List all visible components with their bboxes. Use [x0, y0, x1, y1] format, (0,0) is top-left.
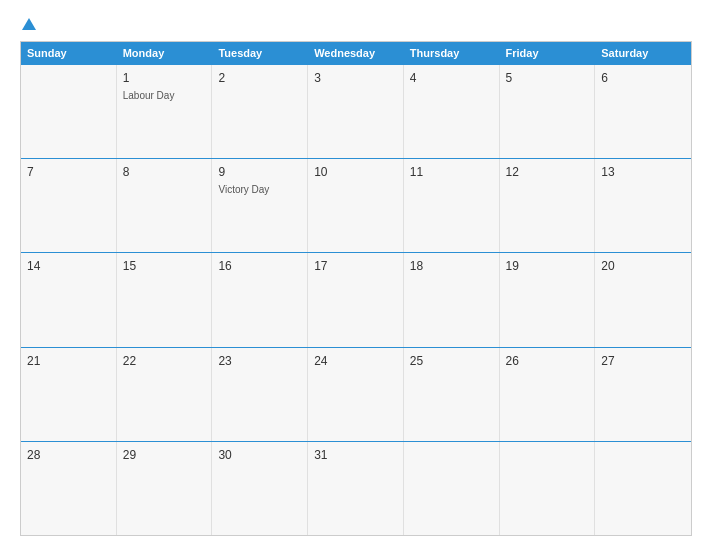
calendar-day-cell: 16: [212, 253, 308, 346]
day-number: 4: [410, 70, 493, 87]
day-number: 22: [123, 353, 206, 370]
day-number: 20: [601, 258, 685, 275]
calendar-day-cell: 7: [21, 159, 117, 252]
day-number: 18: [410, 258, 493, 275]
calendar-week-row: 1Labour Day23456: [21, 64, 691, 158]
calendar-day-cell: [21, 65, 117, 158]
calendar-day-cell: 31: [308, 442, 404, 535]
calendar-day-cell: 2: [212, 65, 308, 158]
calendar-day-cell: 5: [500, 65, 596, 158]
calendar-day-cell: 4: [404, 65, 500, 158]
calendar-day-cell: 24: [308, 348, 404, 441]
calendar-day-cell: 13: [595, 159, 691, 252]
calendar-week-row: 21222324252627: [21, 347, 691, 441]
calendar-week-row: 789Victory Day10111213: [21, 158, 691, 252]
calendar-day-cell: [500, 442, 596, 535]
calendar-header-cell: Sunday: [21, 42, 117, 64]
calendar-day-cell: 21: [21, 348, 117, 441]
day-number: 6: [601, 70, 685, 87]
calendar-day-cell: 14: [21, 253, 117, 346]
calendar-header-cell: Saturday: [595, 42, 691, 64]
day-number: 2: [218, 70, 301, 87]
logo-triangle-icon: [22, 18, 36, 30]
holiday-label: Labour Day: [123, 89, 206, 102]
day-number: 30: [218, 447, 301, 464]
calendar-day-cell: 25: [404, 348, 500, 441]
day-number: 31: [314, 447, 397, 464]
header: [20, 18, 692, 31]
calendar-day-cell: 6: [595, 65, 691, 158]
day-number: 21: [27, 353, 110, 370]
calendar-day-cell: 30: [212, 442, 308, 535]
calendar-day-cell: [404, 442, 500, 535]
calendar-day-cell: 3: [308, 65, 404, 158]
calendar-day-cell: 8: [117, 159, 213, 252]
day-number: 1: [123, 70, 206, 87]
calendar-day-cell: 28: [21, 442, 117, 535]
calendar-week-row: 28293031: [21, 441, 691, 535]
day-number: 27: [601, 353, 685, 370]
calendar: SundayMondayTuesdayWednesdayThursdayFrid…: [20, 41, 692, 536]
day-number: 17: [314, 258, 397, 275]
day-number: 12: [506, 164, 589, 181]
calendar-body: 1Labour Day23456789Victory Day1011121314…: [21, 64, 691, 535]
calendar-header-cell: Friday: [500, 42, 596, 64]
logo: [20, 18, 36, 31]
day-number: 7: [27, 164, 110, 181]
day-number: 19: [506, 258, 589, 275]
calendar-day-cell: 20: [595, 253, 691, 346]
calendar-day-cell: 17: [308, 253, 404, 346]
calendar-week-row: 14151617181920: [21, 252, 691, 346]
calendar-day-cell: 1Labour Day: [117, 65, 213, 158]
day-number: 29: [123, 447, 206, 464]
holiday-label: Victory Day: [218, 183, 301, 196]
day-number: 13: [601, 164, 685, 181]
calendar-day-cell: 23: [212, 348, 308, 441]
calendar-day-cell: 27: [595, 348, 691, 441]
calendar-day-cell: 26: [500, 348, 596, 441]
calendar-day-cell: 10: [308, 159, 404, 252]
calendar-day-cell: 29: [117, 442, 213, 535]
calendar-day-cell: 12: [500, 159, 596, 252]
calendar-header-row: SundayMondayTuesdayWednesdayThursdayFrid…: [21, 42, 691, 64]
day-number: 26: [506, 353, 589, 370]
day-number: 14: [27, 258, 110, 275]
day-number: 25: [410, 353, 493, 370]
calendar-header-cell: Thursday: [404, 42, 500, 64]
day-number: 8: [123, 164, 206, 181]
calendar-header-cell: Wednesday: [308, 42, 404, 64]
day-number: 11: [410, 164, 493, 181]
day-number: 28: [27, 447, 110, 464]
day-number: 3: [314, 70, 397, 87]
calendar-day-cell: 15: [117, 253, 213, 346]
calendar-day-cell: [595, 442, 691, 535]
logo-blue-text: [20, 18, 36, 31]
page: SundayMondayTuesdayWednesdayThursdayFrid…: [0, 0, 712, 550]
day-number: 10: [314, 164, 397, 181]
calendar-day-cell: 18: [404, 253, 500, 346]
calendar-day-cell: 19: [500, 253, 596, 346]
day-number: 5: [506, 70, 589, 87]
calendar-header-cell: Tuesday: [212, 42, 308, 64]
day-number: 16: [218, 258, 301, 275]
day-number: 9: [218, 164, 301, 181]
day-number: 15: [123, 258, 206, 275]
calendar-day-cell: 22: [117, 348, 213, 441]
calendar-day-cell: 9Victory Day: [212, 159, 308, 252]
day-number: 24: [314, 353, 397, 370]
calendar-header-cell: Monday: [117, 42, 213, 64]
calendar-day-cell: 11: [404, 159, 500, 252]
day-number: 23: [218, 353, 301, 370]
